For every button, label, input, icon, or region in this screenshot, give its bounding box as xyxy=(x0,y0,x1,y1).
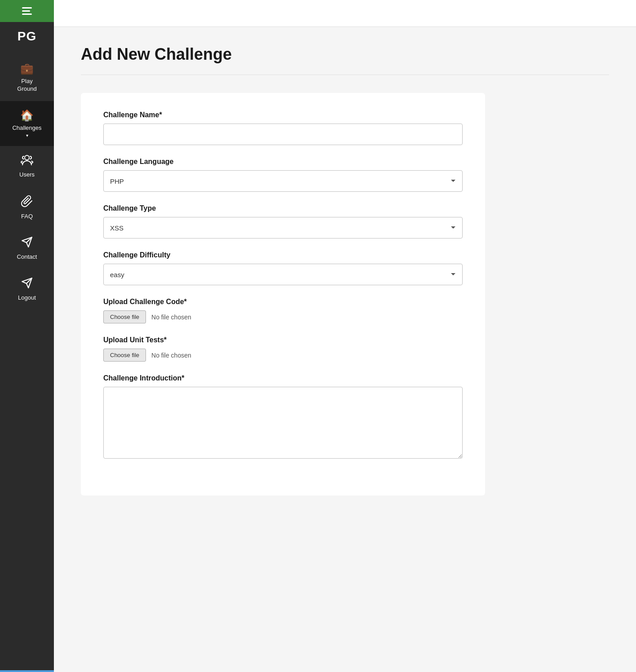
sidebar-logout-label: Logout xyxy=(18,294,36,302)
page-content: Add New Challenge Challenge Name* Challe… xyxy=(54,27,636,672)
challenge-language-select-wrapper: PHP JavaScript Python Java C++ Ruby xyxy=(103,170,463,192)
challenge-type-select-wrapper: XSS SQLi CSRF RCE LFI SSRF xyxy=(103,217,463,239)
paperclip-icon xyxy=(21,195,33,210)
upload-tests-button[interactable]: Choose file xyxy=(103,349,146,362)
page-title: Add New Challenge xyxy=(81,45,609,64)
challenge-name-group: Challenge Name* xyxy=(103,111,463,145)
sidebar-contact-label: Contact xyxy=(17,253,37,261)
challenge-language-label: Challenge Language xyxy=(103,158,463,166)
challenge-type-select[interactable]: XSS SQLi CSRF RCE LFI SSRF xyxy=(103,217,463,239)
upload-tests-wrapper: Choose file No file chosen xyxy=(103,349,463,362)
sidebar: PG 💼 PlayGround 🏠 Challenges ▾ xyxy=(0,0,54,672)
sidebar-item-faq[interactable]: FAQ xyxy=(0,187,54,229)
challenge-difficulty-group: Challenge Difficulty easy medium hard xyxy=(103,251,463,285)
sidebar-nav: 💼 PlayGround 🏠 Challenges ▾ Users xyxy=(0,54,54,310)
challenge-difficulty-select-wrapper: easy medium hard xyxy=(103,264,463,285)
upload-code-group: Upload Challenge Code* Choose file No fi… xyxy=(103,298,463,323)
main-content: Add New Challenge Challenge Name* Challe… xyxy=(54,0,636,672)
title-divider xyxy=(81,75,609,75)
challenge-language-select[interactable]: PHP JavaScript Python Java C++ Ruby xyxy=(103,170,463,192)
upload-code-no-file: No file chosen xyxy=(151,314,191,321)
challenge-type-group: Challenge Type XSS SQLi CSRF RCE LFI SSR… xyxy=(103,204,463,239)
menu-icon xyxy=(22,7,32,15)
challenge-intro-group: Challenge Introduction* xyxy=(103,374,463,460)
users-icon xyxy=(21,154,33,168)
upload-tests-no-file: No file chosen xyxy=(151,352,191,359)
sidebar-pg-label: PG xyxy=(18,22,36,54)
top-bar xyxy=(54,0,636,27)
upload-code-button[interactable]: Choose file xyxy=(103,310,146,323)
sidebar-logo xyxy=(0,0,54,22)
challenge-language-group: Challenge Language PHP JavaScript Python… xyxy=(103,158,463,192)
logout-icon xyxy=(21,277,33,292)
sidebar-item-challenges[interactable]: 🏠 Challenges ▾ xyxy=(0,101,54,146)
sidebar-item-logout[interactable]: Logout xyxy=(0,269,54,310)
sidebar-item-users[interactable]: Users xyxy=(0,146,54,187)
sidebar-challenges-label: Challenges xyxy=(12,124,41,132)
sidebar-item-contact[interactable]: Contact xyxy=(0,228,54,269)
briefcase-icon: 💼 xyxy=(20,62,34,75)
upload-code-label: Upload Challenge Code* xyxy=(103,298,463,306)
challenge-type-label: Challenge Type xyxy=(103,204,463,212)
challenge-difficulty-label: Challenge Difficulty xyxy=(103,251,463,259)
sidebar-users-label: Users xyxy=(19,171,35,179)
challenge-intro-label: Challenge Introduction* xyxy=(103,374,463,382)
upload-tests-label: Upload Unit Tests* xyxy=(103,336,463,344)
sidebar-playground-label: PlayGround xyxy=(17,78,36,93)
sidebar-faq-label: FAQ xyxy=(21,213,33,221)
upload-code-wrapper: Choose file No file chosen xyxy=(103,310,463,323)
challenge-name-input[interactable] xyxy=(103,124,463,145)
upload-tests-group: Upload Unit Tests* Choose file No file c… xyxy=(103,336,463,362)
send-icon xyxy=(21,236,33,251)
form-container: Challenge Name* Challenge Language PHP J… xyxy=(81,93,485,495)
challenge-difficulty-select[interactable]: easy medium hard xyxy=(103,264,463,285)
challenge-intro-textarea[interactable] xyxy=(103,387,463,459)
home-icon: 🏠 xyxy=(20,109,34,122)
sidebar-item-playground[interactable]: 💼 PlayGround xyxy=(0,54,54,101)
chevron-down-icon: ▾ xyxy=(26,133,28,138)
challenge-name-label: Challenge Name* xyxy=(103,111,463,119)
